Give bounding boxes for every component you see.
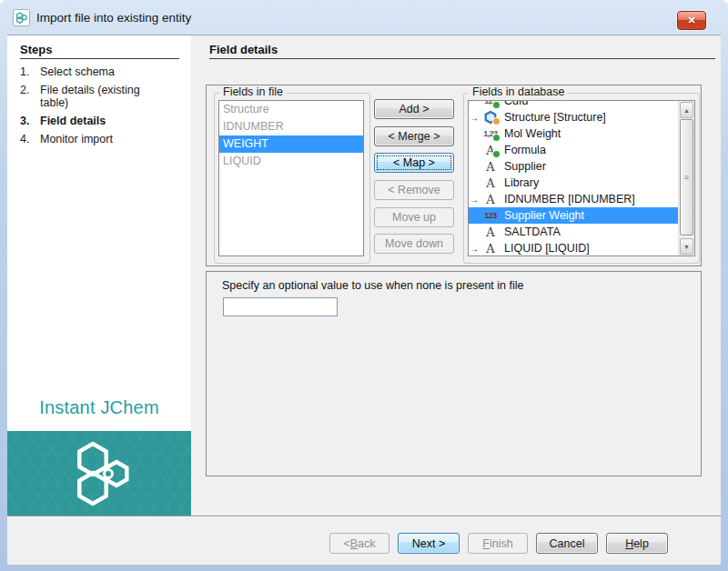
steps-rule xyxy=(20,58,179,59)
fields-in-file-group: Fields in file Structure IDNUMBER WEIGHT… xyxy=(214,93,370,264)
text-field-icon: A xyxy=(480,224,501,240)
db-field-row[interactable]: → Structure [Structure] xyxy=(469,109,679,125)
step-item-select-schema: 1. Select schema xyxy=(20,65,182,78)
brand-wordmark: Instant JChem xyxy=(7,397,191,418)
dialog-body: Steps 1. Select schema 2. File details (… xyxy=(7,35,721,564)
step-item-monitor-import: 4. Monitor import xyxy=(20,133,182,145)
decimal-field-icon: 1,23 xyxy=(480,125,501,142)
step-item-field-details-current: 3. Field details xyxy=(20,115,182,127)
map-button[interactable]: < Map > xyxy=(374,153,454,173)
db-field-row[interactable]: A Formula xyxy=(469,142,679,158)
cancel-button[interactable]: Cancel xyxy=(536,533,598,554)
mapped-arrow-icon: → xyxy=(469,113,480,123)
fields-in-file-label: Fields in file xyxy=(219,85,287,98)
optional-value-input[interactable] xyxy=(223,297,338,316)
help-button[interactable]: Help xyxy=(606,533,668,554)
orange-badge-icon xyxy=(493,118,500,125)
remove-button: < Remove xyxy=(374,180,454,200)
optional-value-label: Specify an optional value to use when no… xyxy=(222,279,523,292)
step-item-file-details: 2. File details (existing table) xyxy=(20,84,182,109)
db-field-row[interactable]: → A LIQUID [LIQUID] xyxy=(469,240,679,255)
footer-button-bar: < Back Next > Finish Cancel Help xyxy=(7,517,721,565)
scroll-down-button[interactable]: ▼ xyxy=(680,238,693,255)
steps-panel: Steps 1. Select schema 2. File details (… xyxy=(7,35,191,516)
file-field-row[interactable]: IDNUMBER xyxy=(219,118,363,135)
structure-field-icon xyxy=(480,109,501,125)
scrollbar-thumb[interactable]: ≡ xyxy=(680,119,693,235)
move-up-button: Move up xyxy=(374,207,454,227)
db-field-row[interactable]: A Library xyxy=(469,175,679,191)
brand-banner xyxy=(7,431,191,516)
hexagon-logo-icon xyxy=(60,437,138,510)
fields-in-file-list[interactable]: Structure IDNUMBER WEIGHT LIQUID xyxy=(218,100,364,256)
db-list-scrollbar[interactable]: ▲ ≡ ▼ xyxy=(678,101,694,255)
mapped-arrow-icon: → xyxy=(469,244,480,254)
db-field-row[interactable]: A SALTDATA xyxy=(469,224,679,240)
scroll-up-button[interactable]: ▲ xyxy=(680,102,693,118)
steps-title: Steps xyxy=(20,43,52,56)
merge-button[interactable]: < Merge > xyxy=(374,126,454,146)
file-field-row[interactable]: LIQUID xyxy=(219,153,363,170)
fields-in-database-group: Fields in database 123 CdId → xyxy=(463,93,700,264)
file-field-row-selected[interactable]: WEIGHT xyxy=(219,135,363,153)
wizard-window: Import file into existing entity ✕ Steps… xyxy=(0,0,728,571)
db-field-row[interactable]: 123 CdId xyxy=(469,101,679,109)
db-field-row[interactable]: A Supplier xyxy=(469,158,679,175)
green-badge-icon xyxy=(493,102,500,108)
finish-button: Finish xyxy=(468,533,528,554)
db-field-row[interactable]: → A IDNUMBER [IDNUMBER] xyxy=(469,191,679,207)
db-field-row[interactable]: 1,23 Mol Weight xyxy=(469,125,679,142)
text-field-icon: A xyxy=(480,240,501,255)
integer-field-icon: 123 xyxy=(480,101,501,109)
green-badge-icon xyxy=(493,151,500,157)
file-field-row[interactable]: Structure xyxy=(219,101,363,118)
app-logo-icon xyxy=(13,9,30,26)
green-badge-icon xyxy=(493,135,500,141)
fields-in-database-label: Fields in database xyxy=(469,85,568,98)
page-title-rule xyxy=(209,58,715,59)
optional-value-panel: Specify an optional value to use when no… xyxy=(206,271,702,476)
close-button[interactable]: ✕ xyxy=(677,11,706,30)
move-down-button: Move down xyxy=(374,234,454,254)
text-field-icon: A xyxy=(480,175,501,191)
integer-field-icon: 123 xyxy=(480,207,501,224)
steps-list: 1. Select schema 2. File details (existi… xyxy=(20,65,182,151)
next-button[interactable]: Next > xyxy=(398,533,460,554)
text-field-icon: A xyxy=(480,191,501,207)
add-button[interactable]: Add > xyxy=(374,99,454,119)
db-field-row-selected[interactable]: 123 Supplier Weight xyxy=(469,207,679,224)
text-field-icon: A xyxy=(480,142,501,158)
mapped-arrow-icon: → xyxy=(469,195,480,205)
page-title: Field details xyxy=(209,43,278,56)
window-title: Import file into existing entity xyxy=(36,11,191,25)
back-button: < Back xyxy=(329,533,389,554)
title-bar[interactable]: Import file into existing entity ✕ xyxy=(0,0,728,35)
text-field-icon: A xyxy=(480,158,501,175)
wizard-page-content: Field details Fields in file Structure I… xyxy=(191,35,721,516)
fields-in-database-list[interactable]: 123 CdId → Structure [Structure] xyxy=(468,100,695,256)
field-mapping-panel: Fields in file Structure IDNUMBER WEIGHT… xyxy=(206,85,702,266)
